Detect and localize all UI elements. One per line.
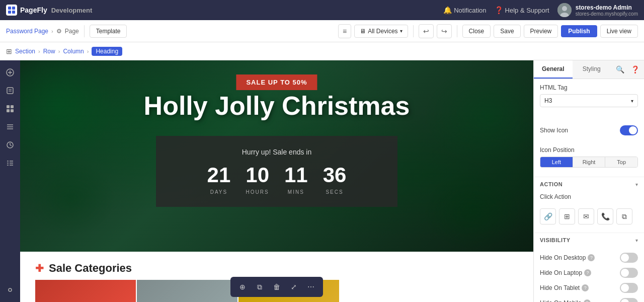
svg-line-22 [10, 145, 12, 146]
hide-mobile-row: Hide On Mobile ? [540, 295, 638, 302]
logo-icon [6, 5, 17, 16]
tab-styling[interactable]: Styling [573, 60, 611, 79]
bell-icon: 🔔 [443, 6, 452, 14]
add-element-btn[interactable] [2, 64, 18, 81]
timer-btn[interactable] [2, 137, 18, 153]
help-tab-icon[interactable]: ❓ [628, 62, 642, 77]
toggle-knob-tablet [621, 284, 629, 292]
avatar [557, 3, 572, 17]
visibility-chevron: ▾ [635, 238, 638, 243]
list-btn[interactable] [2, 155, 18, 171]
hours-num: 10 [246, 163, 269, 187]
ca-popup-icon[interactable]: ⧉ [616, 208, 632, 224]
toolbar-actions: Close Save Preview Publish Live view [462, 25, 638, 38]
canvas-heading[interactable]: Holly Jolly Christmas [20, 60, 533, 131]
visibility-section-header[interactable]: VISIBILITY ▾ [534, 233, 644, 247]
pos-btn-right[interactable]: Right [573, 157, 606, 167]
plus-icon: ✚ [35, 262, 44, 274]
ca-phone-icon[interactable]: 📞 [597, 208, 613, 224]
tab-general[interactable]: General [534, 60, 573, 79]
countdown-secs: 36 SECS [323, 163, 347, 195]
hide-mobile-toggle[interactable] [620, 298, 638, 302]
publish-btn[interactable]: Publish [561, 25, 597, 37]
undo-btn[interactable]: ↩ [419, 24, 434, 38]
bc-column[interactable]: Column [63, 48, 84, 55]
hide-laptop-toggle[interactable] [620, 268, 638, 278]
hide-tablet-label: Hide On Tablet ? [540, 284, 589, 291]
desktop-info-icon[interactable]: ? [588, 254, 595, 261]
panel-tab-icons: 🔍 ❓ [611, 60, 644, 79]
bc-row[interactable]: Row [43, 48, 55, 55]
right-panel: General Styling 🔍 ❓ HTML Tag H3 ▾ Sh [533, 60, 644, 302]
live-view-btn[interactable]: Live view [600, 25, 638, 38]
ca-email-icon[interactable]: ✉ [578, 208, 594, 224]
countdown-box: Hurry up! Sale ends in 21 DAYS 10 HOURS … [156, 136, 397, 207]
search-tab-icon[interactable]: 🔍 [613, 62, 627, 77]
layers-btn[interactable] [2, 119, 18, 135]
html-tag-select[interactable]: H3 ▾ [540, 94, 638, 107]
click-action-section: Click Action [534, 191, 644, 208]
tablet-info-icon[interactable]: ? [582, 284, 589, 291]
close-btn[interactable]: Close [462, 25, 491, 38]
bc-sep2: › [58, 48, 60, 54]
floating-delete-btn[interactable]: 🗑 [270, 280, 284, 294]
floating-more-btn[interactable]: ⋯ [304, 280, 318, 294]
mobile-info-icon[interactable]: ? [584, 299, 591, 302]
bc-section[interactable]: Section [15, 48, 35, 55]
icon-position-label: Icon Position [540, 146, 638, 154]
grid-icon[interactable]: ⊞ [6, 47, 12, 55]
bc-sep3: › [87, 48, 89, 54]
breadcrumb-sep1: › [51, 28, 53, 34]
floating-toolbar: ⊕ ⧉ 🗑 ⤢ ⋯ [230, 277, 323, 297]
html-tag-value: H3 [544, 97, 552, 104]
hours-label: HOURS [246, 189, 269, 195]
floating-move-btn[interactable]: ⊕ [235, 280, 250, 294]
help-support-btn[interactable]: ❓ Help & Support [495, 6, 549, 14]
devices-icon: 🖥 [360, 28, 366, 35]
preview-btn[interactable]: Preview [524, 25, 558, 38]
panel-tabs: General Styling 🔍 ❓ [534, 60, 644, 79]
template-btn[interactable]: Template [90, 25, 127, 38]
countdown-hours: 10 HOURS [246, 163, 269, 195]
pos-btn-left[interactable]: Left [540, 157, 573, 167]
text-align-btn[interactable]: ≡ [338, 24, 351, 38]
svg-rect-0 [8, 7, 11, 10]
action-section-header[interactable]: ACTION ▾ [534, 177, 644, 191]
settings-btn[interactable] [2, 282, 18, 298]
html-tag-section: HTML Tag H3 ▾ [534, 79, 644, 116]
show-icon-toggle[interactable] [620, 125, 638, 135]
redo-btn[interactable]: ↪ [437, 24, 452, 38]
notification-btn[interactable]: 🔔 Notification [443, 6, 486, 14]
thumb-2 [137, 280, 237, 302]
svg-rect-14 [11, 105, 14, 108]
breadcrumb-page[interactable]: Page [65, 28, 79, 35]
admin-info[interactable]: stores-demo Admin stores-demo.myshopify.… [557, 3, 638, 17]
breadcrumb-page-icon: ⚙ [56, 28, 62, 35]
mins-label: MINS [284, 189, 308, 195]
hide-mobile-label: Hide On Mobile ? [540, 299, 591, 302]
pages-btn[interactable] [2, 83, 18, 99]
chevron-down-icon: ▾ [400, 28, 403, 34]
save-btn[interactable]: Save [494, 25, 520, 38]
svg-rect-2 [8, 11, 11, 14]
floating-duplicate-btn[interactable]: ⧉ [253, 280, 267, 294]
thumb-1 [35, 280, 136, 302]
toolbar-sep1 [84, 25, 85, 37]
breadcrumb-password-page[interactable]: Password Page [6, 28, 48, 35]
hide-desktop-toggle[interactable] [620, 253, 638, 263]
admin-name: stores-demo Admin [576, 4, 638, 11]
help-icon: ❓ [495, 6, 503, 14]
elements-btn[interactable] [2, 101, 18, 117]
sale-cat-title: Sale Categories [49, 262, 132, 275]
floating-resize-btn[interactable]: ⤢ [287, 280, 301, 294]
devices-dropdown[interactable]: 🖥 All Devices ▾ [354, 25, 408, 38]
hide-laptop-label: Hide On Laptop ? [540, 269, 591, 276]
pos-btn-top[interactable]: Top [605, 157, 637, 167]
ca-grid-icon[interactable]: ⊞ [559, 208, 575, 224]
laptop-info-icon[interactable]: ? [584, 269, 591, 276]
html-tag-label: HTML Tag [540, 84, 638, 91]
hide-tablet-toggle[interactable] [620, 283, 638, 293]
svg-rect-16 [11, 109, 14, 112]
ca-link-icon[interactable]: 🔗 [540, 208, 556, 224]
toolbar-sep3 [457, 25, 457, 37]
